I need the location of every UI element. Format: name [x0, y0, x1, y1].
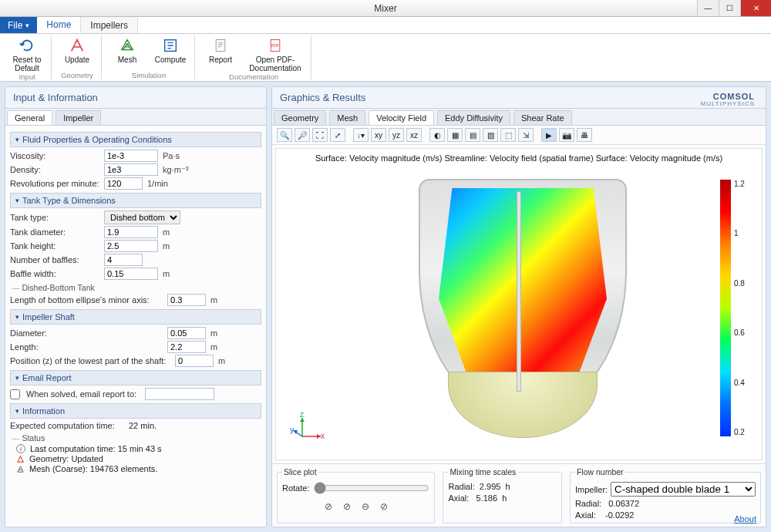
mesh-icon: [117, 35, 137, 56]
slice-view2-icon[interactable]: ⊘: [343, 501, 351, 512]
section-fluid[interactable]: Fluid Properties & Operating Conditions: [10, 132, 261, 147]
graphics-panel-header: Graphics & Results: [272, 87, 766, 109]
minor-axis-input[interactable]: [167, 294, 206, 306]
grid-icon[interactable]: ▧: [483, 128, 498, 142]
viscosity-input[interactable]: [104, 150, 158, 162]
graphics-panel: Graphics & Results COMSOLMULTIPHYSICS Ge…: [271, 86, 766, 527]
tab-home[interactable]: Home: [37, 17, 81, 33]
plot-area[interactable]: Surface: Velocity magnitude (m/s) Stream…: [275, 148, 763, 460]
zoom-extents-icon[interactable]: ⤢: [330, 128, 345, 142]
zoom-box-icon[interactable]: ⛶: [312, 128, 328, 142]
baffles-input[interactable]: [104, 254, 143, 266]
density-input[interactable]: [104, 163, 158, 176]
ribbon-group-geometry: Geometry: [61, 71, 93, 79]
view-default-icon[interactable]: ↓▾: [353, 128, 369, 142]
input-panel-header: Input & Information: [5, 87, 266, 109]
velocity-visualization: [372, 177, 665, 432]
lock-icon[interactable]: ⇲: [518, 128, 534, 142]
tank-diameter-input[interactable]: [104, 226, 158, 238]
wireframe-icon[interactable]: ▤: [465, 128, 480, 142]
view-xy-icon[interactable]: xy: [371, 128, 386, 142]
status-subheading: Status: [10, 433, 261, 443]
section-email[interactable]: Email Report: [10, 370, 261, 386]
svg-text:PDF: PDF: [271, 43, 279, 48]
report-icon: [210, 35, 231, 56]
slice-plot-group: Slice plot Rotate: ⊘ ⊘ ⊖ ⊘: [277, 467, 435, 524]
flow-number-group: Flow number Impeller:C-shaped double bla…: [570, 467, 761, 524]
slice-view1-icon[interactable]: ⊘: [325, 501, 332, 512]
info-icon: i: [16, 444, 25, 453]
subtab-general[interactable]: General: [7, 110, 52, 125]
comsol-logo: COMSOLMULTIPHYSICS: [700, 93, 755, 107]
axes-gizmo: y z x: [290, 413, 324, 446]
mesh-status-icon: [16, 465, 25, 473]
dished-bottom-subheading: Dished-Bottom Tank: [10, 283, 261, 292]
svg-rect-1: [216, 40, 225, 52]
file-menu[interactable]: File: [0, 17, 37, 33]
window-title: Mixer: [0, 3, 771, 14]
scene-light-icon[interactable]: ◐: [429, 128, 445, 142]
window-minimize-button[interactable]: [697, 0, 719, 16]
geometry-icon: [67, 35, 87, 56]
slice-view3-icon[interactable]: ⊖: [362, 501, 369, 512]
baffle-width-input[interactable]: [104, 268, 158, 280]
view-xz-icon[interactable]: xz: [406, 128, 422, 142]
gtab-shear[interactable]: Shear Rate: [513, 110, 572, 125]
orthographic-icon[interactable]: ⬚: [500, 128, 516, 142]
snapshot-icon[interactable]: 📷: [559, 128, 574, 142]
tank-type-select[interactable]: Dished bottom: [104, 210, 180, 224]
gtab-eddy[interactable]: Eddy Diffusivity: [437, 110, 510, 125]
shaft-length-input[interactable]: [167, 341, 206, 353]
view-yz-icon[interactable]: yz: [389, 128, 404, 142]
shaft-posz-input[interactable]: [175, 355, 214, 367]
input-panel: Input & Information General Impeller Flu…: [5, 86, 267, 527]
email-input[interactable]: [145, 388, 214, 400]
reset-to-default-button[interactable]: Reset to Default: [8, 35, 46, 72]
compute-button[interactable]: Compute: [151, 35, 190, 65]
pdf-icon: PDF: [265, 35, 285, 56]
print-icon[interactable]: 🖶: [577, 128, 592, 142]
gtab-velocity[interactable]: Velocity Field: [369, 110, 434, 125]
ribbon: Reset to Default Input Update Geometry M…: [0, 34, 771, 82]
plot-title: Surface: Velocity magnitude (m/s) Stream…: [276, 153, 762, 163]
zoom-out-icon[interactable]: 🔎: [295, 128, 310, 142]
colorbar: 1.2 1 0.8 0.6 0.4 0.2: [720, 180, 751, 436]
open-pdf-button[interactable]: PDF Open PDF- Documentation: [244, 35, 306, 72]
zoom-in-icon[interactable]: 🔍: [277, 128, 292, 142]
about-link[interactable]: About: [734, 514, 756, 524]
tank-height-input[interactable]: [104, 240, 158, 252]
window-close-button[interactable]: [740, 0, 771, 16]
transparency-icon[interactable]: ▦: [447, 128, 463, 142]
slice-view4-icon[interactable]: ⊘: [380, 501, 388, 512]
menubar: File Home Impellers: [0, 17, 771, 34]
flow-impeller-select[interactable]: C-shaped double blade 1: [611, 482, 756, 497]
ribbon-group-input: Input: [19, 72, 35, 81]
mesh-button[interactable]: Mesh: [108, 35, 146, 65]
update-button[interactable]: Update: [58, 35, 96, 65]
window-maximize-button[interactable]: [719, 0, 740, 16]
tab-impellers[interactable]: Impellers: [81, 17, 138, 33]
rotate-slider[interactable]: [314, 482, 429, 494]
compute-icon: [160, 35, 180, 56]
section-shaft[interactable]: Impeller Shaft: [10, 309, 261, 325]
ribbon-group-documentation: Documentation: [229, 72, 278, 81]
shaft-diameter-input[interactable]: [167, 327, 206, 339]
ribbon-group-simulation: Simulation: [132, 71, 166, 79]
select-icon[interactable]: ▶: [541, 128, 557, 142]
email-checkbox[interactable]: [10, 389, 20, 399]
report-button[interactable]: Report: [201, 35, 240, 72]
geometry-status-icon: [16, 455, 25, 463]
section-tank[interactable]: Tank Type & Dimensions: [10, 193, 261, 208]
section-information[interactable]: Information: [10, 403, 261, 419]
graphics-toolbar: 🔍 🔎 ⛶ ⤢ ↓▾ xy yz xz ◐ ▦ ▤ ▧ ⬚ ⇲ ▶ 📷 🖶: [272, 126, 766, 145]
window-titlebar: Mixer: [0, 0, 771, 17]
gtab-geometry[interactable]: Geometry: [274, 110, 326, 125]
rpm-input[interactable]: [104, 177, 143, 190]
undo-icon: [17, 35, 37, 56]
mixing-times-group: Mixing time scales Radial: 2.995 h Axial…: [443, 467, 561, 524]
subtab-impeller[interactable]: Impeller: [56, 110, 101, 125]
gtab-mesh[interactable]: Mesh: [329, 110, 365, 125]
